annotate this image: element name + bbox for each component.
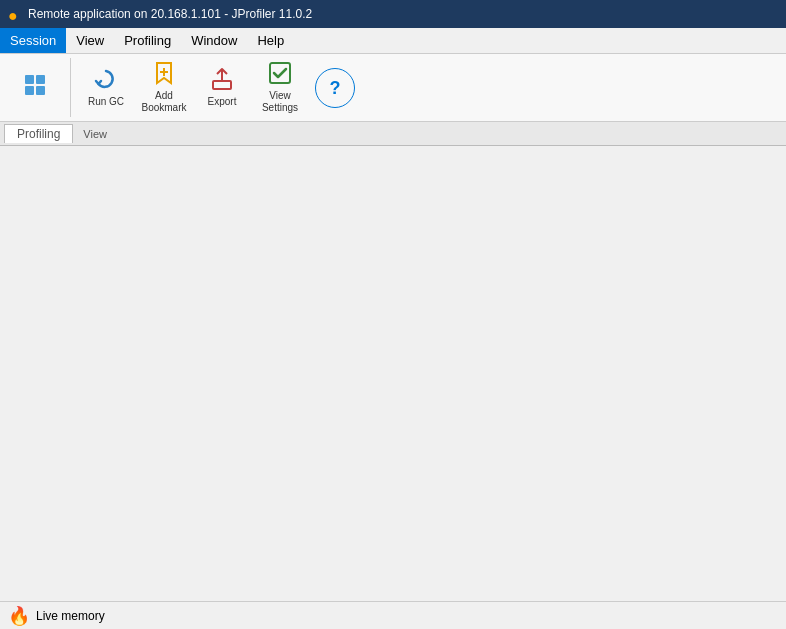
toolbar-view-settings[interactable]: View Settings [253, 60, 307, 116]
menu-session[interactable]: Session [0, 28, 66, 53]
run-gc-icon [94, 67, 118, 94]
title-text: Remote application on 20.168.1.101 - JPr… [28, 7, 312, 21]
svg-rect-1 [36, 75, 45, 84]
svg-rect-3 [36, 86, 45, 95]
live-memory-icon: 🔥 [8, 605, 30, 627]
export-label: Export [208, 96, 237, 108]
menu-bar: Session View Profiling Window Help [0, 28, 786, 54]
svg-rect-2 [25, 86, 34, 95]
help-icon: ? [330, 79, 341, 97]
add-bookmark-icon [153, 61, 175, 88]
app-layout: ● Remote application on 20.168.1.101 - J… [0, 0, 786, 629]
app-icon: ● [8, 7, 22, 21]
content-wrapper: Start Center Ctrl+O 🗗 New Window Ctrl+Al… [0, 146, 786, 629]
toolbar-help[interactable]: ? [315, 68, 355, 108]
profiling-area: Profiling View [0, 122, 786, 146]
add-bookmark-label: Add Bookmark [138, 90, 190, 114]
status-bar: 🔥 Live memory [0, 601, 786, 629]
svg-rect-6 [213, 81, 231, 89]
export-icon [211, 67, 233, 94]
toolbar: Run GC Add Bookmark Export [0, 54, 786, 122]
view-settings-label: View Settings [254, 90, 306, 114]
run-gc-label: Run GC [88, 96, 124, 108]
toolbar-run-gc[interactable]: Run GC [79, 60, 133, 116]
start-center-icon [23, 73, 47, 100]
status-label: Live memory [36, 609, 105, 623]
menu-window[interactable]: Window [181, 28, 247, 53]
toolbar-export[interactable]: Export [195, 60, 249, 116]
toolbar-add-bookmark[interactable]: Add Bookmark [137, 60, 191, 116]
svg-rect-0 [25, 75, 34, 84]
view-settings-icon [268, 61, 292, 88]
title-bar: ● Remote application on 20.168.1.101 - J… [0, 0, 786, 28]
menu-view[interactable]: View [66, 28, 114, 53]
menu-help[interactable]: Help [247, 28, 294, 53]
toolbar-group-main [8, 58, 71, 117]
menu-profiling[interactable]: Profiling [114, 28, 181, 53]
profiling-tab[interactable]: Profiling [4, 124, 73, 143]
toolbar-start-center[interactable] [8, 60, 62, 116]
